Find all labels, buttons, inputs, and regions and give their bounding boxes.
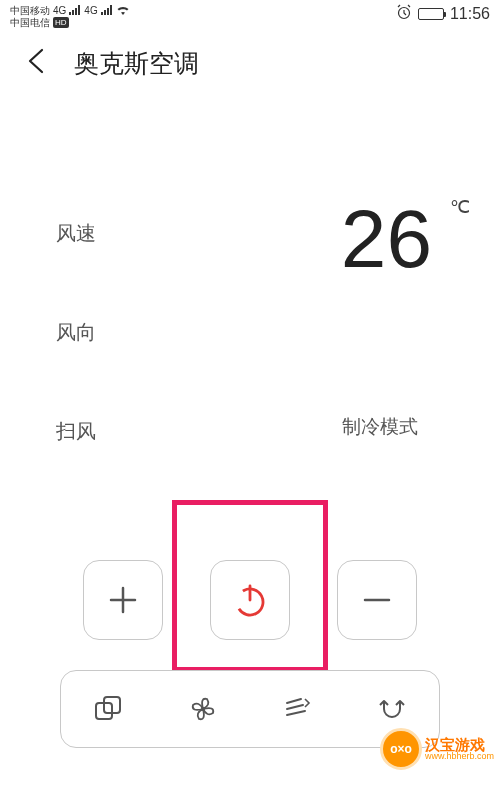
watermark-icon: o×o: [380, 728, 422, 770]
alarm-icon: [396, 4, 412, 24]
battery-icon: [418, 8, 444, 20]
wifi-icon: [116, 4, 130, 17]
back-button[interactable]: [22, 46, 52, 80]
status-right: 11:56: [396, 4, 490, 24]
temperature-unit: ℃: [450, 196, 470, 218]
watermark-title: 汉宝游戏: [425, 737, 494, 752]
swing-button[interactable]: [279, 691, 315, 727]
wind-direction-label[interactable]: 风向: [56, 319, 96, 346]
mode-label: 制冷模式: [342, 414, 418, 440]
hd-badge: HD: [53, 17, 69, 28]
wind-speed-label[interactable]: 风速: [56, 220, 96, 247]
signal-4g-icon: 4G: [53, 5, 66, 16]
temperature-display: ℃ 26: [341, 198, 432, 280]
watermark: o×o 汉宝游戏 www.hbherb.com: [380, 728, 494, 770]
temp-up-button[interactable]: [83, 560, 163, 640]
status-bar: 中国移动 4G 4G 中国电信 HD 11:56: [0, 0, 500, 26]
status-left: 中国移动 4G 4G 中国电信 HD: [10, 4, 130, 28]
watermark-url: www.hbherb.com: [425, 752, 494, 761]
temp-down-button[interactable]: [337, 560, 417, 640]
page-title: 奥克斯空调: [74, 47, 199, 80]
main-panel: 风速 风向 扫风 ℃ 26 制冷模式: [0, 98, 500, 478]
signal-strength-icon: [69, 5, 81, 17]
mode-button[interactable]: [90, 691, 126, 727]
svg-point-4: [201, 707, 205, 711]
power-button[interactable]: [210, 560, 290, 640]
control-row: [0, 560, 500, 640]
app-header: 奥克斯空调: [0, 26, 500, 98]
swing-label[interactable]: 扫风: [56, 418, 96, 445]
signal-4g-icon-2: 4G: [84, 5, 97, 16]
signal-strength-icon-2: [101, 5, 113, 17]
temperature-value: 26: [341, 198, 432, 280]
status-time: 11:56: [450, 5, 490, 23]
rotate-button[interactable]: [374, 691, 410, 727]
carrier-2: 中国电信: [10, 17, 50, 28]
carrier-1: 中国移动: [10, 5, 50, 16]
fan-button[interactable]: [185, 691, 221, 727]
